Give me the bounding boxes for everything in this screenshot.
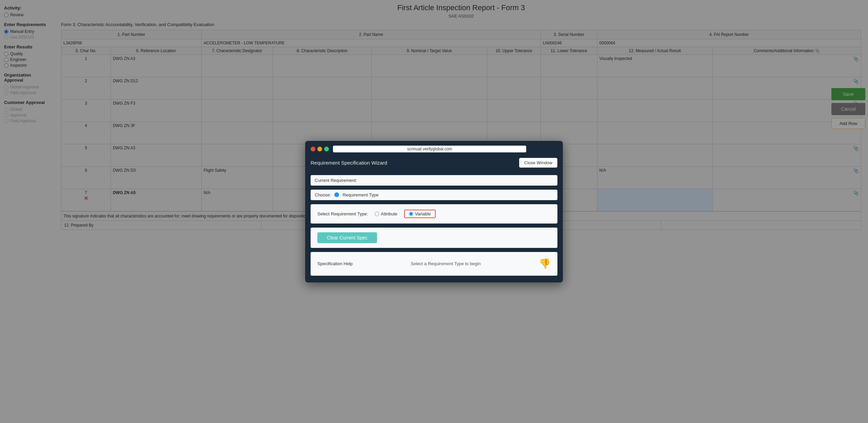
- traffic-light-red[interactable]: [311, 147, 315, 151]
- modal-overlay[interactable]: scrmuat.verifyglobal.com Requirement Spe…: [0, 0, 868, 423]
- variable-label: Variable: [415, 211, 431, 216]
- spec-help-label: Specification Help: [317, 261, 353, 266]
- thumbs-down-icon: 👎: [539, 258, 551, 269]
- modal-url-bar: scrmuat.verifyglobal.com: [333, 146, 526, 152]
- choose-row: Choose: Requirement Type: [311, 190, 557, 200]
- modal-browser-chrome: scrmuat.verifyglobal.com: [305, 141, 563, 156]
- spec-help-text: Select a Requirement Type to begin: [359, 261, 532, 266]
- attribute-label: Attribute: [381, 211, 397, 216]
- req-type-box: Select Requirement Type: Attribute Varia…: [311, 204, 557, 224]
- traffic-light-yellow[interactable]: [317, 147, 322, 151]
- modal-title: Requirement Specification Wizard: [311, 160, 387, 166]
- current-requirement-row: Current Requirement:: [311, 175, 557, 186]
- spec-help-section: Specification Help Select a Requirement …: [311, 252, 557, 276]
- traffic-light-green[interactable]: [324, 147, 329, 151]
- requirement-type-label: Requirement Type: [342, 192, 553, 197]
- attribute-option[interactable]: Attribute: [375, 211, 397, 216]
- choose-label: Choose:: [315, 192, 331, 197]
- variable-option-box[interactable]: Variable: [404, 210, 436, 218]
- close-window-button[interactable]: Close Window: [519, 158, 557, 168]
- modal-body: Current Requirement: Choose: Requirement…: [305, 171, 563, 282]
- clear-spec-button[interactable]: Clear Current Spec: [317, 232, 377, 243]
- select-req-type-label: Select Requirement Type:: [317, 211, 368, 216]
- requirement-type-radio[interactable]: [334, 192, 339, 197]
- traffic-lights: [311, 147, 329, 151]
- current-requirement-input[interactable]: [360, 178, 553, 183]
- modal-window: scrmuat.verifyglobal.com Requirement Spe…: [305, 141, 563, 282]
- current-requirement-label: Current Requirement:: [315, 178, 357, 183]
- clear-spec-section: Clear Current Spec: [311, 228, 557, 248]
